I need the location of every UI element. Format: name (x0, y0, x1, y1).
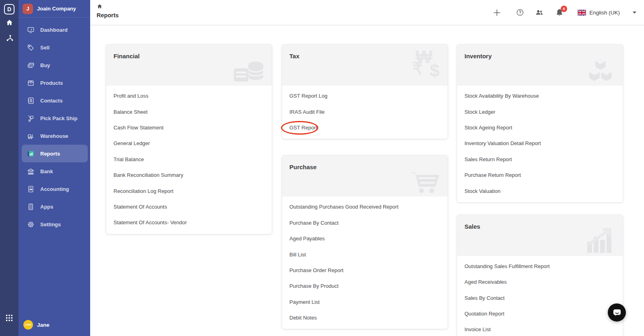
add-new-button[interactable] (489, 0, 505, 25)
user-avatar: JANE (23, 320, 33, 330)
sidebar-item-accounting[interactable]: Accounting (22, 180, 88, 198)
sidebar-item-label: Products (40, 80, 63, 86)
sell-tag-icon (27, 43, 35, 51)
report-link[interactable]: Inventory Valuation Detail Report (457, 135, 623, 151)
sidebar-item-label: Sell (40, 45, 50, 51)
report-link[interactable]: Quotation Report (457, 306, 623, 322)
report-link[interactable]: Purchase By Product (282, 278, 448, 294)
sitemap-icon[interactable] (0, 34, 19, 42)
report-link[interactable]: General Ledger (106, 135, 272, 151)
report-link[interactable]: Sales Return Report (457, 152, 623, 167)
left-rail: D (0, 0, 19, 336)
card-title: Financial (114, 53, 264, 59)
report-link[interactable]: Balance Sheet (106, 104, 272, 119)
sidebar-item-products[interactable]: Products (22, 74, 88, 92)
user-profile[interactable]: JANE Jane (19, 320, 50, 330)
notifications-button[interactable]: 5 (551, 0, 568, 25)
users-icon (535, 8, 544, 16)
report-link[interactable]: Debit Notes (282, 310, 448, 326)
app-window: D J Joain Company (0, 0, 644, 336)
report-link[interactable]: Aged Payables (282, 231, 448, 246)
reports-content: Financial Profit and Loss Balance Sheet … (90, 25, 644, 336)
users-button[interactable] (531, 0, 547, 25)
sidebar-item-contacts[interactable]: Contacts (22, 92, 88, 109)
topbar-divider (90, 25, 644, 25)
reports-chart-icon (27, 150, 35, 158)
sidebar-item-label: Settings (40, 221, 61, 227)
uk-flag-icon (578, 10, 586, 16)
app-grid-icon[interactable] (0, 314, 19, 322)
report-link[interactable]: Stock Ageing Report (457, 120, 623, 135)
sidebar-item-bank[interactable]: Bank (22, 162, 88, 180)
sidebar-item-buy[interactable]: Buy (22, 56, 88, 74)
report-link[interactable]: Bill List (282, 246, 448, 262)
report-link[interactable]: Reconciliation Log Report (106, 183, 272, 199)
report-link[interactable]: Trial Balance (106, 152, 272, 167)
sidebar-item-label: Buy (40, 62, 50, 68)
sidebar-item-pick-pack-ship[interactable]: Pick Pack Ship (22, 109, 88, 127)
sidebar-item-reports[interactable]: Reports (22, 145, 88, 162)
sidebar-menu: Dashboard Sell Buy (19, 21, 90, 233)
report-link[interactable]: Statement Of Accounts (106, 199, 272, 215)
sidebar-item-label: Accounting (40, 186, 69, 192)
company-switcher[interactable]: J Joain Company (19, 0, 90, 18)
report-link[interactable]: Purchase By Contact (282, 215, 448, 231)
dashboard-icon (27, 26, 35, 34)
report-link[interactable]: Stock Valuation (457, 183, 623, 199)
sidebar-item-sell[interactable]: Sell (22, 39, 88, 56)
report-link[interactable]: IRAS Audit File (282, 104, 448, 119)
home-icon[interactable] (0, 19, 19, 27)
tax-card-header: Tax ₩ ₹ $ (282, 45, 448, 86)
report-link[interactable]: Sales By Contact (457, 290, 623, 306)
currency-icon: ₩ ₹ $ (397, 50, 441, 85)
sidebar-item-label: Apps (40, 204, 54, 210)
sidebar-item-warehouse[interactable]: Warehouse (22, 127, 88, 145)
sales-card: Sales Outstanding Sales Fulfillment Repo… (457, 215, 623, 336)
tax-report-list: GST Report Log IRAS Audit File GST Repor… (282, 86, 448, 139)
report-link[interactable]: Profit and Loss (106, 88, 272, 104)
sidebar-item-apps[interactable]: Apps (22, 198, 88, 215)
report-link[interactable]: Stock Availability By Warehouse (457, 88, 623, 104)
report-link[interactable]: Stock Ledger (457, 104, 623, 119)
report-link-gst-report[interactable]: GST Report (282, 120, 448, 135)
forklift-icon (27, 132, 35, 140)
brand-logo-icon[interactable]: D (4, 4, 14, 14)
chat-launcher-button[interactable] (608, 303, 626, 322)
language-label: English (UK) (589, 10, 620, 16)
report-link[interactable]: Cash Flow Statement (106, 120, 272, 135)
gear-icon (27, 220, 35, 228)
user-name: Jane (37, 322, 50, 328)
report-link[interactable]: Payment List (282, 294, 448, 310)
report-link[interactable]: Purchase Return Report (457, 167, 623, 183)
report-link[interactable]: Bank Reconciliation Summary (106, 167, 272, 183)
breadcrumb[interactable]: Reports (97, 4, 119, 18)
plus-icon (493, 8, 501, 17)
report-link[interactable]: Aged Receivables (457, 274, 623, 290)
sidebar-item-settings[interactable]: Settings (22, 215, 88, 233)
sidebar: J Joain Company Dashboard Sell (19, 0, 90, 336)
help-button[interactable] (512, 0, 528, 25)
product-box-icon (27, 79, 35, 87)
sidebar-item-label: Warehouse (40, 133, 68, 139)
top-bar: Reports 5 (90, 0, 644, 25)
company-name: Joain Company (37, 6, 76, 12)
sidebar-item-label: Dashboard (40, 27, 68, 33)
help-icon (516, 8, 524, 16)
chat-bubble-icon (613, 309, 621, 317)
handtruck-icon (27, 114, 35, 122)
language-caret[interactable] (632, 0, 637, 25)
report-link[interactable]: Outstanding Purchases Good Received Repo… (282, 199, 448, 215)
sidebar-item-dashboard[interactable]: Dashboard (22, 21, 88, 39)
sidebar-item-label: Bank (40, 168, 53, 174)
language-selector[interactable]: English (UK) (578, 0, 620, 25)
sales-report-list: Outstanding Sales Fulfillment Report Age… (457, 256, 623, 336)
report-link[interactable]: Invoice List (457, 322, 623, 336)
report-link[interactable]: Statement Of Accounts- Vendor (106, 215, 272, 230)
report-link[interactable]: GST Report Log (282, 88, 448, 104)
report-link[interactable]: Purchase Order Report (282, 262, 448, 278)
contacts-book-icon (27, 96, 35, 104)
sidebar-item-label: Contacts (40, 98, 63, 104)
cubes-icon (582, 55, 617, 84)
report-link[interactable]: Outstanding Sales Fulfillment Report (457, 258, 623, 274)
page-title: Reports (97, 12, 119, 18)
